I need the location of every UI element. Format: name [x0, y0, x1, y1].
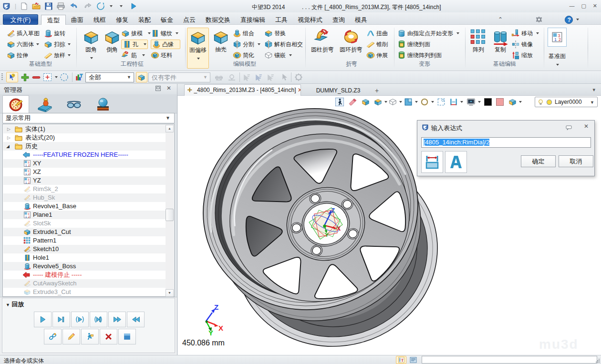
svg-text:Y: Y: [325, 232, 328, 238]
svg-text:X: X: [337, 225, 341, 232]
svg-text:T: T: [401, 358, 404, 363]
svg-text:X: X: [218, 324, 223, 332]
svg-text:?: ?: [568, 17, 571, 23]
svg-text:Y: Y: [208, 329, 213, 337]
svg-text:Z: Z: [331, 207, 335, 214]
svg-text:Z: Z: [214, 303, 218, 311]
